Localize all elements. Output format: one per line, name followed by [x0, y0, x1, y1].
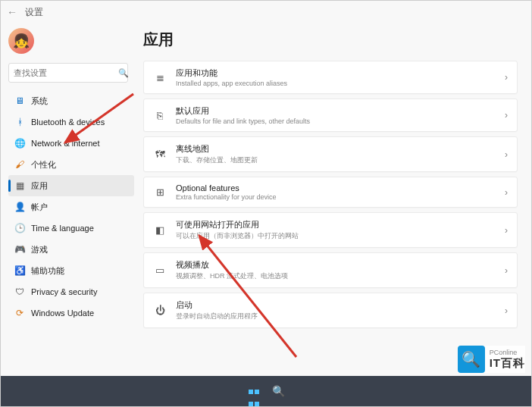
watermark: 🔍 PConline IT百科	[458, 346, 525, 373]
sidebar-item-time[interactable]: 🕒Time & language	[8, 218, 134, 239]
sidebar-item-acct[interactable]: 👤帐户	[8, 196, 134, 218]
sidebar-item-label: Bluetooth & devices	[31, 117, 105, 127]
chevron-right-icon: ›	[505, 72, 508, 83]
pers-icon: 🖌	[14, 159, 25, 170]
card-icon: ▭	[153, 265, 167, 276]
sidebar-item-label: Network & internet	[31, 139, 99, 148]
card-subtitle: Extra functionality for your device	[176, 193, 496, 201]
sidebar-item-pers[interactable]: 🖌个性化	[8, 154, 134, 175]
taskbar-search-icon[interactable]: 🔍	[271, 384, 285, 398]
settings-card-2[interactable]: 🗺 离线地图 下载、存储位置、地图更新 ›	[143, 136, 518, 172]
game-icon: 🎮	[14, 244, 25, 255]
update-icon: ⟳	[14, 308, 25, 318]
sidebar-item-label: Privacy & security	[31, 287, 97, 296]
window-title: 设置	[25, 6, 43, 19]
sidebar: 👧 🔍 🖥系统ᚼBluetooth & devices🌐Network & in…	[1, 23, 134, 376]
card-title: Optional features	[176, 183, 496, 193]
taskbar[interactable]: 🔍	[1, 376, 531, 406]
settings-card-5[interactable]: ▭ 视频播放 视频调整、HDR 流式处理、电池选项 ›	[143, 252, 518, 288]
search-input[interactable]	[14, 68, 118, 77]
sidebar-item-priv[interactable]: 🛡Privacy & security	[8, 281, 134, 302]
sidebar-item-access[interactable]: ♿辅助功能	[8, 260, 134, 281]
card-subtitle: 可以在应用（而非浏览器）中打开的网站	[176, 231, 496, 241]
apps-icon: ▦	[14, 180, 25, 191]
chevron-right-icon: ›	[505, 305, 508, 316]
settings-card-4[interactable]: ◧ 可使用网站打开的应用 可以在应用（而非浏览器）中打开的网站 ›	[143, 212, 518, 248]
settings-card-3[interactable]: ⊞ Optional features Extra functionality …	[143, 177, 518, 208]
chevron-right-icon: ›	[505, 149, 508, 160]
sidebar-item-label: 游戏	[31, 244, 48, 255]
access-icon: ♿	[14, 265, 25, 276]
card-subtitle: 视频调整、HDR 流式处理、电池选项	[176, 271, 496, 281]
card-icon: ◧	[153, 224, 167, 236]
sidebar-item-label: Windows Update	[31, 308, 94, 318]
system-icon: 🖥	[14, 95, 25, 106]
card-title: 默认应用	[176, 105, 496, 117]
settings-card-6[interactable]: ⏻ 启动 登录时自动启动的应用程序 ›	[143, 293, 518, 328]
settings-card-0[interactable]: ≣ 应用和功能 Installed apps, app execution al…	[143, 61, 518, 94]
watermark-icon: 🔍	[458, 346, 485, 373]
card-subtitle: 下载、存储位置、地图更新	[176, 155, 496, 165]
card-subtitle: 登录时自动启动的应用程序	[176, 312, 496, 321]
content-area: 应用 ≣ 应用和功能 Installed apps, app execution…	[134, 23, 531, 376]
chevron-right-icon: ›	[505, 187, 508, 198]
card-title: 启动	[176, 299, 496, 311]
watermark-small: PConline	[490, 349, 525, 356]
card-icon: 🗺	[153, 149, 167, 160]
card-icon: ⎘	[153, 110, 167, 121]
settings-card-1[interactable]: ⎘ 默认应用 Defaults for file and link types,…	[143, 99, 518, 132]
card-subtitle: Installed apps, app execution aliases	[176, 80, 496, 87]
sidebar-item-label: 应用	[31, 180, 48, 192]
card-title: 应用和功能	[176, 67, 496, 79]
user-avatar[interactable]: 👧	[8, 28, 34, 54]
card-title: 可使用网站打开的应用	[176, 219, 496, 230]
search-icon: 🔍	[118, 68, 129, 78]
start-button[interactable]	[247, 384, 261, 398]
sidebar-item-game[interactable]: 🎮游戏	[8, 239, 134, 260]
page-title: 应用	[143, 30, 518, 50]
search-box[interactable]: 🔍	[8, 63, 128, 83]
chevron-right-icon: ›	[505, 225, 508, 236]
time-icon: 🕒	[14, 223, 25, 233]
net-icon: 🌐	[14, 138, 25, 149]
sidebar-item-label: 辅助功能	[31, 265, 64, 277]
card-title: 离线地图	[176, 143, 496, 155]
sidebar-item-bt[interactable]: ᚼBluetooth & devices	[8, 111, 134, 133]
priv-icon: 🛡	[14, 286, 25, 297]
card-icon: ⏻	[153, 305, 167, 316]
sidebar-item-label: 个性化	[31, 159, 56, 171]
bt-icon: ᚼ	[14, 117, 25, 127]
back-button[interactable]: ←	[7, 6, 17, 18]
sidebar-item-update[interactable]: ⟳Windows Update	[8, 302, 134, 324]
sidebar-item-net[interactable]: 🌐Network & internet	[8, 133, 134, 154]
sidebar-item-label: 帐户	[31, 202, 48, 213]
sidebar-item-system[interactable]: 🖥系统	[8, 90, 134, 111]
sidebar-item-label: 系统	[31, 95, 48, 107]
card-icon: ⊞	[153, 186, 167, 198]
sidebar-item-label: Time & language	[31, 224, 94, 233]
acct-icon: 👤	[14, 202, 25, 212]
chevron-right-icon: ›	[505, 265, 508, 276]
chevron-right-icon: ›	[505, 110, 508, 121]
card-icon: ≣	[153, 72, 167, 83]
card-subtitle: Defaults for file and link types, other …	[176, 117, 496, 125]
watermark-big: IT百科	[490, 356, 525, 371]
card-title: 视频播放	[176, 259, 496, 271]
sidebar-item-apps[interactable]: ▦应用	[8, 175, 134, 196]
